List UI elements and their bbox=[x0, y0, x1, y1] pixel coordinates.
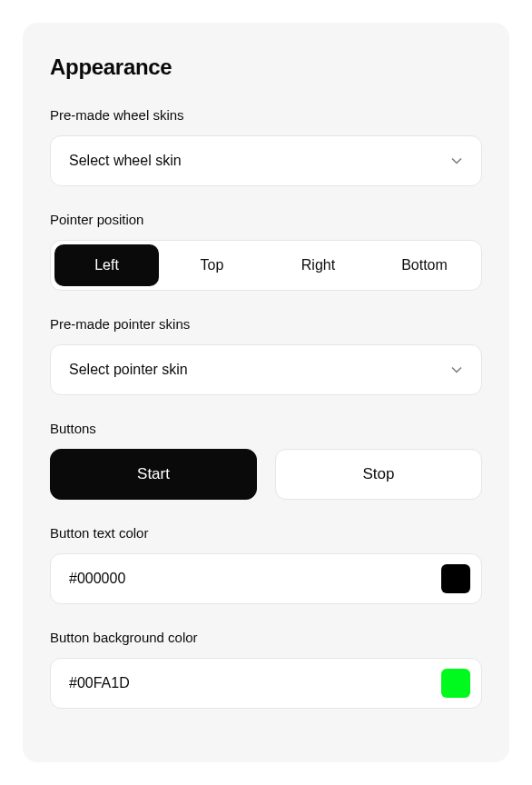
button-text-color-field: Button text color bbox=[50, 525, 482, 604]
pointer-position-label: Pointer position bbox=[50, 212, 482, 227]
pointer-position-left[interactable]: Left bbox=[54, 244, 159, 286]
button-text-color-input[interactable] bbox=[69, 571, 441, 587]
appearance-panel: Appearance Pre-made wheel skins Select w… bbox=[23, 23, 509, 762]
wheel-skin-select[interactable]: Select wheel skin bbox=[50, 135, 482, 186]
buttons-label: Buttons bbox=[50, 421, 482, 436]
wheel-skins-field: Pre-made wheel skins Select wheel skin bbox=[50, 107, 482, 186]
start-button[interactable]: Start bbox=[50, 449, 257, 500]
wheel-skin-select-value: Select wheel skin bbox=[69, 153, 450, 169]
button-bg-color-input-wrap bbox=[50, 658, 482, 709]
pointer-skin-select[interactable]: Select pointer skin bbox=[50, 344, 482, 395]
button-text-color-input-wrap bbox=[50, 553, 482, 604]
pointer-skins-label: Pre-made pointer skins bbox=[50, 316, 482, 332]
chevron-down-icon bbox=[450, 363, 463, 376]
button-bg-color-input[interactable] bbox=[69, 675, 441, 691]
button-text-color-swatch[interactable] bbox=[441, 564, 470, 593]
chevron-down-icon bbox=[450, 154, 463, 167]
buttons-row: Start Stop bbox=[50, 449, 482, 500]
button-bg-color-field: Button background color bbox=[50, 630, 482, 709]
pointer-position-top[interactable]: Top bbox=[159, 244, 265, 286]
section-title: Appearance bbox=[50, 55, 482, 80]
pointer-skin-select-value: Select pointer skin bbox=[69, 362, 450, 378]
button-text-color-label: Button text color bbox=[50, 525, 482, 541]
pointer-position-field: Pointer position Left Top Right Bottom bbox=[50, 212, 482, 291]
wheel-skins-label: Pre-made wheel skins bbox=[50, 107, 482, 123]
stop-button[interactable]: Stop bbox=[275, 449, 482, 500]
pointer-position-segmented: Left Top Right Bottom bbox=[50, 240, 482, 291]
button-bg-color-label: Button background color bbox=[50, 630, 482, 645]
pointer-skins-field: Pre-made pointer skins Select pointer sk… bbox=[50, 316, 482, 395]
button-bg-color-swatch[interactable] bbox=[441, 669, 470, 698]
pointer-position-bottom[interactable]: Bottom bbox=[371, 244, 478, 286]
pointer-position-right[interactable]: Right bbox=[265, 244, 371, 286]
buttons-field: Buttons Start Stop bbox=[50, 421, 482, 500]
